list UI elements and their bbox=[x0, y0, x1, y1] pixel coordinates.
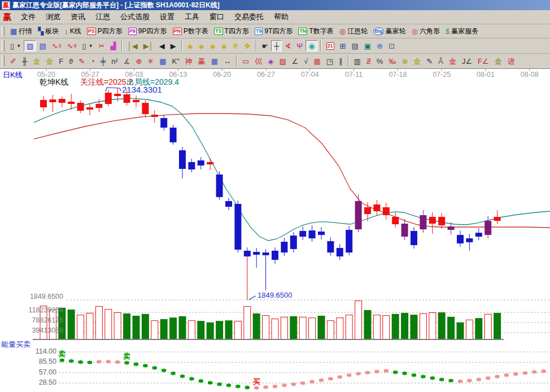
tool-zoom-horizontal[interactable]: ◈ bbox=[207, 40, 219, 51]
tool-gann-tool[interactable]: Ψ bbox=[294, 40, 305, 51]
menu-item-news[interactable]: 资讯 bbox=[66, 11, 90, 23]
tool-spiral-tool[interactable]: ϑ bbox=[66, 55, 76, 67]
tool-percent[interactable]: % bbox=[374, 55, 386, 67]
toolbar-button-hexagon[interactable]: ◎六角形 bbox=[409, 25, 443, 37]
zoom-all-icon: ✥ bbox=[245, 42, 251, 50]
tool-red-pen[interactable]: ✎ bbox=[76, 55, 88, 67]
tool-j-angle[interactable]: J∠ bbox=[459, 55, 475, 67]
menu-item-gann[interactable]: 江恩 bbox=[90, 11, 115, 23]
toolbar-button-t-square[interactable]: TST四方形 bbox=[211, 25, 252, 37]
toolbar-button-winner-service[interactable]: $赢家服务 bbox=[443, 25, 481, 37]
tool-last-page[interactable]: ▶│ bbox=[141, 40, 156, 51]
tool-overlay-3[interactable]: ∿3 bbox=[49, 40, 64, 51]
toolbar-button-9t-square[interactable]: T99T四方形 bbox=[252, 25, 296, 37]
tool-n-square[interactable]: n² bbox=[108, 55, 121, 67]
tool-time-cycle[interactable]: ◔ bbox=[88, 55, 98, 67]
tool-fan-lines[interactable]: 巛 bbox=[252, 55, 265, 67]
tool-shen-grid[interactable]: 神 bbox=[182, 55, 195, 67]
tool-grid-arrow[interactable]: ◳ bbox=[324, 55, 336, 67]
menu-item-formula-stock-pick[interactable]: 公式选股 bbox=[115, 11, 155, 23]
tool-span-measure[interactable]: ↔ bbox=[221, 55, 234, 67]
tool-web-grid[interactable]: ▩ bbox=[156, 55, 169, 67]
tool-brush-pen[interactable]: ✎ bbox=[424, 55, 435, 67]
tool-percent-lines[interactable]: ‰ bbox=[386, 55, 399, 67]
tool-next-bar[interactable]: ▶ bbox=[168, 40, 179, 51]
toolbar-grip[interactable] bbox=[2, 26, 5, 37]
tool-grid-tool-2[interactable]: ╪ bbox=[98, 55, 108, 67]
toolbar-button-9p-square[interactable]: P99P四方形 bbox=[125, 25, 170, 37]
menu-item-tools[interactable]: 工具 bbox=[180, 11, 204, 23]
menu-item-file[interactable]: 文件 bbox=[16, 11, 41, 23]
tool-zoom-right[interactable]: ◈ bbox=[196, 40, 207, 51]
tool-overlay-9[interactable]: ∿9 bbox=[64, 40, 80, 51]
tool-zoom-out[interactable]: ❈ bbox=[230, 40, 242, 51]
tool-gold-lines[interactable]: 金 bbox=[411, 55, 424, 67]
menu-item-settings[interactable]: 设置 bbox=[155, 11, 180, 23]
tool-remote-pc[interactable]: ⊡ bbox=[386, 40, 398, 51]
tool-win-grid[interactable]: 赢 bbox=[195, 55, 208, 67]
tool-grid-tool[interactable]: ╫ bbox=[19, 55, 30, 67]
tool-angle-lines[interactable]: ∠ bbox=[289, 55, 302, 67]
menu-item-browse[interactable]: 浏览 bbox=[41, 11, 66, 23]
tool-first-page[interactable]: │◀ bbox=[125, 40, 141, 51]
tool-hatch-square[interactable]: ▨ bbox=[276, 55, 289, 67]
tool-bars-ruler[interactable]: ▥ bbox=[351, 55, 364, 67]
tool-zoom-left[interactable]: ◈ bbox=[185, 40, 196, 51]
tool-candle-style[interactable]: ▯▼ bbox=[80, 40, 96, 51]
tool-save[interactable]: ▣ bbox=[361, 40, 374, 51]
tool-check-tool[interactable]: √ bbox=[301, 55, 311, 67]
tool-percent-z[interactable]: Ƶ bbox=[364, 55, 374, 67]
tool-parallel-lines[interactable]: ∥ bbox=[336, 55, 346, 67]
tool-prev-bar[interactable]: ◀ bbox=[156, 40, 168, 51]
toolbar-button-t-number-table[interactable]: TNT数字表 bbox=[295, 25, 336, 37]
tool-jin-angle[interactable]: 进 bbox=[505, 55, 518, 67]
tool-polygon-tool[interactable]: ◈ bbox=[265, 55, 276, 67]
tool-notes[interactable]: ▤ bbox=[348, 40, 361, 51]
menu-item-trade-entrust[interactable]: 交易委托 bbox=[229, 11, 269, 23]
toolbar-button-winner-wheel[interactable]: Big赢家轮 bbox=[370, 25, 409, 37]
toolbar-button-sectors[interactable]: ▚板块 bbox=[35, 25, 62, 37]
menu-item-help[interactable]: 帮助 bbox=[269, 11, 294, 23]
toolbar-grip[interactable] bbox=[2, 40, 5, 51]
tool-ex-rights[interactable]: ✂ bbox=[96, 40, 108, 51]
toolbar-button-quotes[interactable]: ▦行情 bbox=[7, 25, 35, 37]
toolbar-button-kline[interactable]: ↕K线 bbox=[62, 25, 84, 37]
tool-grid-123[interactable]: ▦ bbox=[208, 55, 221, 67]
tool-gold-red-lines[interactable]: 金 bbox=[446, 55, 459, 67]
tool-period-day[interactable]: ▯▼ bbox=[7, 40, 24, 51]
tool-info-panel[interactable]: ▤ bbox=[36, 40, 49, 51]
tool-angle-measure[interactable]: ∢ bbox=[282, 40, 294, 51]
tool-zoom-vertical[interactable]: ◈ bbox=[219, 40, 230, 51]
p-number-table-label: P数字表 bbox=[184, 27, 208, 36]
toolbar-button-gann-wheel[interactable]: ◎江恩轮 bbox=[337, 25, 370, 37]
tool-grid-red[interactable]: ▦ bbox=[311, 55, 323, 67]
tool-color-histogram[interactable]: ▟ bbox=[108, 40, 119, 51]
tool-draw-knife[interactable]: ✐ bbox=[7, 55, 19, 67]
toolbar-button-p-square[interactable]: PSP四方形 bbox=[84, 25, 125, 37]
tool-gann-compass[interactable]: ⊕ bbox=[133, 55, 145, 67]
menu-item-window[interactable]: 窗口 bbox=[204, 11, 229, 23]
tool-angle-a[interactable]: ∡ bbox=[121, 55, 133, 67]
tool-k-marks[interactable]: K" bbox=[169, 55, 182, 67]
tool-smart-mode[interactable]: ◉ bbox=[305, 40, 317, 51]
tool-calculator[interactable]: ⊞ bbox=[337, 40, 349, 51]
tool-rect-tool[interactable]: ▭ bbox=[239, 55, 252, 67]
tool-gold-circle[interactable]: ⊕ bbox=[399, 55, 411, 67]
tool-gold-grid-2[interactable]: 金 bbox=[43, 55, 56, 67]
tool-zoom-all[interactable]: ✥ bbox=[242, 40, 254, 51]
toolbar-button-p-number-table[interactable]: PNP数字表 bbox=[170, 25, 212, 37]
tool-web-share[interactable]: ⊕ bbox=[374, 40, 386, 51]
next-bar-icon: ▶ bbox=[171, 42, 176, 50]
tool-gold-angle[interactable]: 金 bbox=[492, 55, 505, 67]
tool-chart-mode[interactable]: ▨ bbox=[24, 40, 36, 51]
tool-f-grid[interactable]: F bbox=[56, 55, 66, 67]
kline-chart[interactable]: 05-2005-2706-0306-1306-2006-2707-0407-11… bbox=[0, 69, 550, 392]
tool-calendar[interactable]: 21 bbox=[324, 40, 337, 51]
tool-gold-grid-1[interactable]: 金 bbox=[30, 55, 43, 67]
tool-wave-a[interactable]: Â bbox=[435, 55, 446, 67]
tool-pan-hand[interactable]: ☛ bbox=[259, 40, 272, 51]
toolbar-grip[interactable] bbox=[2, 55, 5, 67]
tool-f-angle[interactable]: F∠ bbox=[475, 55, 492, 67]
tool-star-web[interactable]: ✳ bbox=[145, 55, 156, 67]
tool-crosshair[interactable]: ┼ bbox=[271, 40, 282, 51]
